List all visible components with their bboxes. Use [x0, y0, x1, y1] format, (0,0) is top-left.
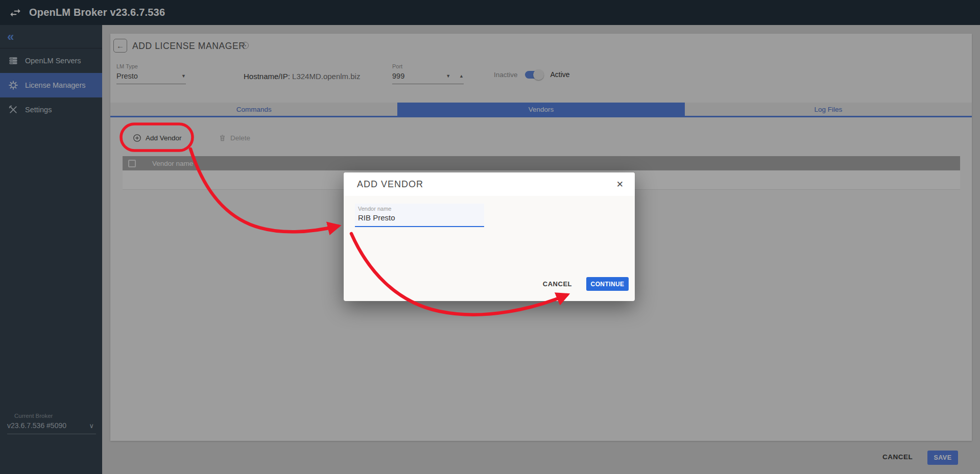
dialog-actions: CANCEL CONTINUE [543, 277, 629, 291]
dialog-header: ADD VENDOR ✕ [344, 172, 635, 196]
add-vendor-dialog: ADD VENDOR ✕ Vendor name CANCEL CONTINUE [344, 172, 635, 301]
vendor-name-field: Vendor name [355, 204, 484, 227]
vendor-name-label: Vendor name [358, 206, 391, 212]
close-icon[interactable]: ✕ [616, 180, 624, 189]
dialog-title: ADD VENDOR [357, 179, 423, 190]
dialog-continue-button[interactable]: CONTINUE [586, 277, 629, 291]
dialog-cancel-button[interactable]: CANCEL [543, 280, 572, 288]
app-root: { "topbar": { "title": "OpenLM Broker v2… [0, 0, 980, 474]
vendor-name-input[interactable] [358, 213, 481, 222]
